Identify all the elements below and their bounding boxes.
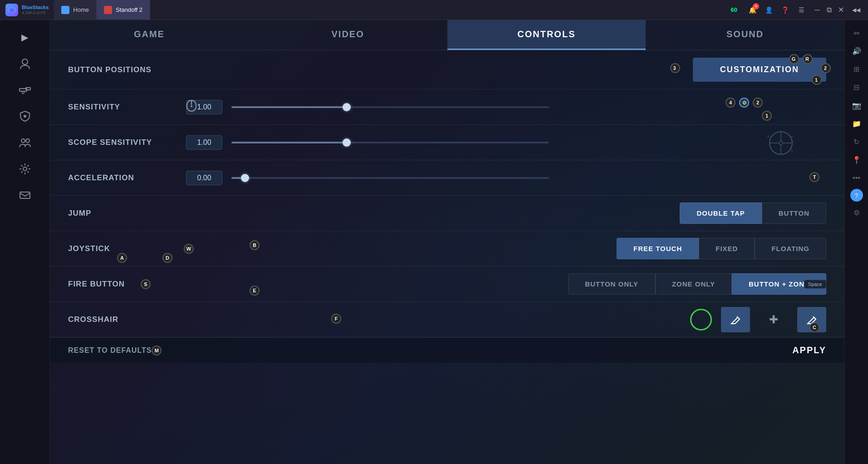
notification-badge: 8: [753, 3, 759, 10]
action-row: RESET TO DEFAULTS M APPLY: [50, 337, 844, 363]
scope-sensitivity-slider[interactable]: [231, 142, 549, 143]
joystick-fixed-btn[interactable]: FIXED: [699, 238, 755, 259]
key-badge-f: F: [331, 314, 341, 324]
rs-grid-btn[interactable]: ⊞: [849, 62, 864, 76]
tab-controls[interactable]: CONTROLS: [447, 20, 646, 50]
account-btn[interactable]: 👤: [764, 5, 774, 15]
rs-rotate-btn[interactable]: ↻: [849, 134, 864, 149]
rs-volume-btn[interactable]: 🔊: [849, 44, 864, 58]
key-badge-m: M: [152, 346, 162, 355]
acceleration-thumb[interactable]: [241, 174, 249, 182]
sidebar-shield-btn[interactable]: [13, 104, 37, 128]
rs-camera-btn[interactable]: 📷: [849, 98, 864, 113]
close-btn[interactable]: ✕: [836, 5, 845, 15]
key-badge-g: G: [789, 54, 799, 64]
svg-text:4: 4: [791, 134, 793, 138]
svg-point-7: [21, 139, 25, 143]
rs-table-btn[interactable]: ⊟: [849, 80, 864, 94]
sidebar-friends-btn[interactable]: [13, 131, 37, 154]
tab-navigation: GAME VIDEO CONTROLS SOUND: [50, 20, 844, 50]
sidebar-mail-btn[interactable]: [13, 183, 37, 207]
key-badge-a: A: [117, 253, 127, 263]
sidebar-settings-btn[interactable]: [13, 157, 37, 181]
minimize-btn[interactable]: ─: [813, 5, 822, 15]
game-tab-icon: [104, 6, 112, 14]
acceleration-label: ACCELERATION: [68, 173, 186, 183]
rs-more-btn[interactable]: •••: [849, 171, 864, 185]
key-badge-c: C: [809, 322, 819, 332]
svg-point-6: [24, 115, 26, 118]
crosshair-row: CROSSHAIR F ✚: [50, 302, 844, 337]
rs-help-btn[interactable]: ?: [850, 189, 863, 202]
jump-button-btn[interactable]: BUTTON: [762, 202, 826, 224]
settings-content: BUTTON POSITIONS CUSTOMIZATION G R 3 2 1…: [50, 50, 844, 464]
sidebar-gun-btn[interactable]: [13, 78, 37, 102]
sensitivity-fill: [231, 106, 343, 108]
scope-sensitivity-fill: [231, 142, 343, 143]
jump-double-tap-btn[interactable]: DOUBLE TAP: [680, 202, 761, 224]
key-badge-w: W: [184, 244, 194, 254]
svg-point-8: [26, 139, 29, 143]
bluestacks-info: BlueStacks 4.240.0.1075: [22, 5, 49, 15]
crosshair-circle: [690, 309, 712, 331]
acceleration-row: ACCELERATION 0.00 T: [50, 160, 844, 196]
key-badge-2b: 2: [753, 98, 763, 108]
game-tab-label: Standoff 2: [116, 6, 142, 13]
apply-button[interactable]: APPLY: [792, 345, 826, 355]
svg-rect-5: [22, 91, 24, 94]
joystick-free-touch-btn[interactable]: FREE TOUCH: [617, 238, 699, 259]
restore-btn[interactable]: ⧉: [824, 5, 834, 15]
key-badge-e: E: [250, 286, 260, 296]
game-tab[interactable]: Standoff 2: [97, 0, 150, 20]
acceleration-fill: [231, 177, 241, 179]
key-badge-4: 4: [726, 98, 736, 108]
sidebar-profile-btn[interactable]: [13, 52, 37, 75]
joystick-floating-btn[interactable]: FLOATING: [755, 238, 826, 259]
settings-panel: GAME VIDEO CONTROLS SOUND BUTTON POSITIO…: [50, 20, 844, 464]
tab-game[interactable]: GAME: [50, 20, 249, 50]
crosshair-edit-btn-1[interactable]: [721, 307, 750, 332]
notification-btn[interactable]: 🔔 8: [747, 5, 757, 15]
rs-expand-btn[interactable]: ⇔: [849, 25, 864, 40]
tab-video[interactable]: VIDEO: [249, 20, 447, 50]
rs-settings-btn[interactable]: ⚙: [849, 205, 864, 220]
crosshair-plus: ✚: [759, 307, 788, 332]
menu-btn[interactable]: ☰: [796, 5, 806, 15]
key-badge-1: 1: [812, 75, 822, 85]
fire-button-only-btn[interactable]: BUTTON ONLY: [568, 273, 655, 295]
rs-folder-btn[interactable]: 📁: [849, 116, 864, 131]
button-positions-label: BUTTON POSITIONS: [68, 65, 152, 74]
jump-label: JUMP: [68, 209, 186, 218]
scope-sensitivity-thumb[interactable]: [343, 138, 351, 147]
customization-button[interactable]: CUSTOMIZATION G R 3 2 1: [693, 58, 826, 82]
home-tab[interactable]: Home: [54, 0, 97, 20]
jump-row: JUMP DOUBLE TAP BUTTON: [50, 196, 844, 231]
crosshair-label: CROSSHAIR: [68, 315, 186, 324]
tab-sound[interactable]: SOUND: [646, 20, 844, 50]
key-badge-b: B: [250, 240, 260, 250]
sidebar-play-btn[interactable]: ▶: [13, 25, 37, 49]
svg-point-20: [779, 141, 783, 145]
acceleration-slider[interactable]: [231, 177, 549, 179]
rs-location-btn[interactable]: 📍: [849, 153, 864, 167]
fire-zone-only-btn[interactable]: ZONE ONLY: [655, 273, 732, 295]
sensitivity-row: SENSITIVITY 1.00: [50, 89, 844, 125]
help-btn[interactable]: ❓: [780, 5, 790, 15]
reset-button[interactable]: RESET TO DEFAULTS: [68, 346, 152, 355]
svg-rect-10: [20, 192, 30, 198]
svg-point-2: [22, 59, 28, 64]
svg-text:5: 5: [791, 149, 793, 153]
customization-label: CUSTOMIZATION: [720, 65, 799, 74]
scope-sensitivity-row: SCOPE SENSITIVITY 1.00: [50, 125, 844, 160]
space-badge: Space: [804, 280, 826, 289]
bs-version: 4.240.0.1075: [22, 10, 49, 15]
key-badge-t: T: [809, 172, 819, 182]
bluestacks-icon: [5, 4, 18, 16]
joystick-label: JOYSTICK: [68, 244, 186, 253]
sensitivity-slider[interactable]: [231, 106, 549, 108]
acceleration-slider-area: 0.00: [186, 171, 826, 185]
button-positions-row: BUTTON POSITIONS CUSTOMIZATION G R 3 2 1: [50, 50, 844, 89]
sensitivity-thumb[interactable]: [343, 103, 351, 111]
expand-btn[interactable]: ◀◀: [852, 5, 861, 15]
browser-tabs: Home Standoff 2: [54, 0, 723, 20]
